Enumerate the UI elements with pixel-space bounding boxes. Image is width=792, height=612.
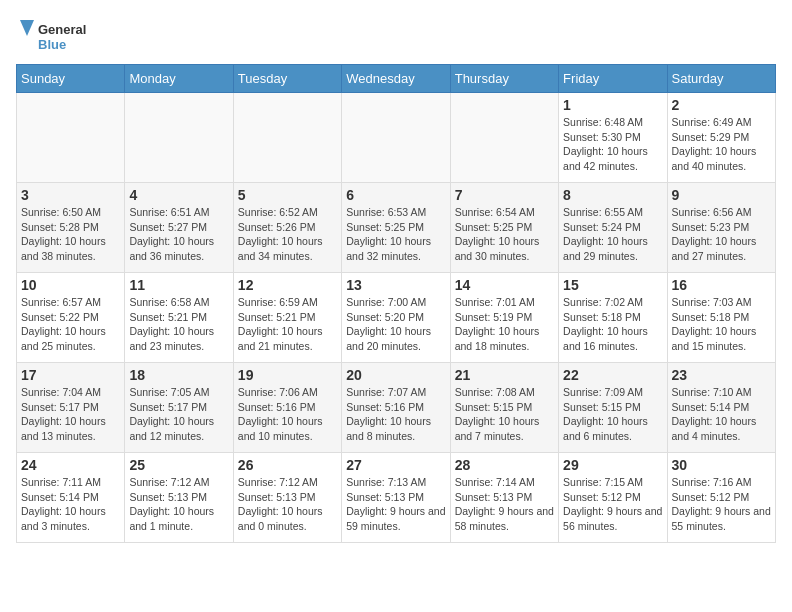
calendar-cell: 20Sunrise: 7:07 AMSunset: 5:16 PMDayligh… [342, 363, 450, 453]
calendar-cell: 9Sunrise: 6:56 AMSunset: 5:23 PMDaylight… [667, 183, 775, 273]
day-number: 25 [129, 457, 228, 473]
calendar-cell: 2Sunrise: 6:49 AMSunset: 5:29 PMDaylight… [667, 93, 775, 183]
calendar-cell: 4Sunrise: 6:51 AMSunset: 5:27 PMDaylight… [125, 183, 233, 273]
day-number: 10 [21, 277, 120, 293]
weekday-header-friday: Friday [559, 65, 667, 93]
calendar-cell: 15Sunrise: 7:02 AMSunset: 5:18 PMDayligh… [559, 273, 667, 363]
day-number: 15 [563, 277, 662, 293]
calendar-cell: 23Sunrise: 7:10 AMSunset: 5:14 PMDayligh… [667, 363, 775, 453]
calendar-cell: 13Sunrise: 7:00 AMSunset: 5:20 PMDayligh… [342, 273, 450, 363]
day-number: 11 [129, 277, 228, 293]
day-number: 3 [21, 187, 120, 203]
day-info: Sunrise: 6:49 AMSunset: 5:29 PMDaylight:… [672, 115, 771, 174]
calendar-cell: 25Sunrise: 7:12 AMSunset: 5:13 PMDayligh… [125, 453, 233, 543]
calendar-cell: 21Sunrise: 7:08 AMSunset: 5:15 PMDayligh… [450, 363, 558, 453]
weekday-header-saturday: Saturday [667, 65, 775, 93]
calendar-cell: 6Sunrise: 6:53 AMSunset: 5:25 PMDaylight… [342, 183, 450, 273]
calendar-cell: 26Sunrise: 7:12 AMSunset: 5:13 PMDayligh… [233, 453, 341, 543]
day-info: Sunrise: 6:52 AMSunset: 5:26 PMDaylight:… [238, 205, 337, 264]
day-info: Sunrise: 6:58 AMSunset: 5:21 PMDaylight:… [129, 295, 228, 354]
day-info: Sunrise: 7:12 AMSunset: 5:13 PMDaylight:… [238, 475, 337, 534]
weekday-header-tuesday: Tuesday [233, 65, 341, 93]
calendar-cell: 19Sunrise: 7:06 AMSunset: 5:16 PMDayligh… [233, 363, 341, 453]
week-row-1: 1Sunrise: 6:48 AMSunset: 5:30 PMDaylight… [17, 93, 776, 183]
day-number: 13 [346, 277, 445, 293]
weekday-header-wednesday: Wednesday [342, 65, 450, 93]
calendar-cell [342, 93, 450, 183]
day-number: 18 [129, 367, 228, 383]
day-info: Sunrise: 6:48 AMSunset: 5:30 PMDaylight:… [563, 115, 662, 174]
calendar-cell: 17Sunrise: 7:04 AMSunset: 5:17 PMDayligh… [17, 363, 125, 453]
calendar-cell: 7Sunrise: 6:54 AMSunset: 5:25 PMDaylight… [450, 183, 558, 273]
day-info: Sunrise: 7:08 AMSunset: 5:15 PMDaylight:… [455, 385, 554, 444]
calendar-cell: 28Sunrise: 7:14 AMSunset: 5:13 PMDayligh… [450, 453, 558, 543]
day-number: 6 [346, 187, 445, 203]
calendar-cell [125, 93, 233, 183]
calendar-cell: 5Sunrise: 6:52 AMSunset: 5:26 PMDaylight… [233, 183, 341, 273]
week-row-3: 10Sunrise: 6:57 AMSunset: 5:22 PMDayligh… [17, 273, 776, 363]
calendar-cell: 18Sunrise: 7:05 AMSunset: 5:17 PMDayligh… [125, 363, 233, 453]
day-number: 19 [238, 367, 337, 383]
day-number: 7 [455, 187, 554, 203]
calendar-cell [17, 93, 125, 183]
svg-marker-2 [20, 20, 34, 36]
calendar-cell: 30Sunrise: 7:16 AMSunset: 5:12 PMDayligh… [667, 453, 775, 543]
calendar-cell: 24Sunrise: 7:11 AMSunset: 5:14 PMDayligh… [17, 453, 125, 543]
day-info: Sunrise: 7:10 AMSunset: 5:14 PMDaylight:… [672, 385, 771, 444]
day-info: Sunrise: 7:03 AMSunset: 5:18 PMDaylight:… [672, 295, 771, 354]
day-info: Sunrise: 7:00 AMSunset: 5:20 PMDaylight:… [346, 295, 445, 354]
calendar-cell: 14Sunrise: 7:01 AMSunset: 5:19 PMDayligh… [450, 273, 558, 363]
weekday-header-row: SundayMondayTuesdayWednesdayThursdayFrid… [17, 65, 776, 93]
day-info: Sunrise: 6:53 AMSunset: 5:25 PMDaylight:… [346, 205, 445, 264]
day-info: Sunrise: 6:55 AMSunset: 5:24 PMDaylight:… [563, 205, 662, 264]
day-number: 27 [346, 457, 445, 473]
day-info: Sunrise: 7:11 AMSunset: 5:14 PMDaylight:… [21, 475, 120, 534]
day-number: 4 [129, 187, 228, 203]
day-number: 21 [455, 367, 554, 383]
calendar-cell [450, 93, 558, 183]
weekday-header-monday: Monday [125, 65, 233, 93]
day-info: Sunrise: 7:16 AMSunset: 5:12 PMDaylight:… [672, 475, 771, 534]
calendar-cell: 10Sunrise: 6:57 AMSunset: 5:22 PMDayligh… [17, 273, 125, 363]
calendar-cell [233, 93, 341, 183]
day-info: Sunrise: 7:14 AMSunset: 5:13 PMDaylight:… [455, 475, 554, 534]
day-number: 28 [455, 457, 554, 473]
week-row-5: 24Sunrise: 7:11 AMSunset: 5:14 PMDayligh… [17, 453, 776, 543]
day-number: 5 [238, 187, 337, 203]
day-info: Sunrise: 7:02 AMSunset: 5:18 PMDaylight:… [563, 295, 662, 354]
day-number: 26 [238, 457, 337, 473]
day-number: 8 [563, 187, 662, 203]
day-number: 22 [563, 367, 662, 383]
calendar-cell: 12Sunrise: 6:59 AMSunset: 5:21 PMDayligh… [233, 273, 341, 363]
svg-text:Blue: Blue [38, 37, 66, 52]
day-info: Sunrise: 7:15 AMSunset: 5:12 PMDaylight:… [563, 475, 662, 534]
day-number: 14 [455, 277, 554, 293]
day-number: 30 [672, 457, 771, 473]
day-info: Sunrise: 7:01 AMSunset: 5:19 PMDaylight:… [455, 295, 554, 354]
calendar-cell: 11Sunrise: 6:58 AMSunset: 5:21 PMDayligh… [125, 273, 233, 363]
day-info: Sunrise: 7:04 AMSunset: 5:17 PMDaylight:… [21, 385, 120, 444]
calendar-cell: 29Sunrise: 7:15 AMSunset: 5:12 PMDayligh… [559, 453, 667, 543]
day-number: 9 [672, 187, 771, 203]
day-number: 17 [21, 367, 120, 383]
calendar-cell: 1Sunrise: 6:48 AMSunset: 5:30 PMDaylight… [559, 93, 667, 183]
day-number: 24 [21, 457, 120, 473]
day-info: Sunrise: 6:50 AMSunset: 5:28 PMDaylight:… [21, 205, 120, 264]
header: General Blue [16, 16, 776, 56]
day-info: Sunrise: 6:56 AMSunset: 5:23 PMDaylight:… [672, 205, 771, 264]
day-number: 23 [672, 367, 771, 383]
day-info: Sunrise: 6:57 AMSunset: 5:22 PMDaylight:… [21, 295, 120, 354]
calendar-cell: 3Sunrise: 6:50 AMSunset: 5:28 PMDaylight… [17, 183, 125, 273]
day-number: 2 [672, 97, 771, 113]
day-info: Sunrise: 7:06 AMSunset: 5:16 PMDaylight:… [238, 385, 337, 444]
calendar-cell: 16Sunrise: 7:03 AMSunset: 5:18 PMDayligh… [667, 273, 775, 363]
logo: General Blue [16, 16, 96, 56]
day-info: Sunrise: 7:12 AMSunset: 5:13 PMDaylight:… [129, 475, 228, 534]
week-row-4: 17Sunrise: 7:04 AMSunset: 5:17 PMDayligh… [17, 363, 776, 453]
day-number: 12 [238, 277, 337, 293]
svg-text:General: General [38, 22, 86, 37]
weekday-header-sunday: Sunday [17, 65, 125, 93]
day-info: Sunrise: 7:13 AMSunset: 5:13 PMDaylight:… [346, 475, 445, 534]
calendar-cell: 27Sunrise: 7:13 AMSunset: 5:13 PMDayligh… [342, 453, 450, 543]
day-number: 1 [563, 97, 662, 113]
